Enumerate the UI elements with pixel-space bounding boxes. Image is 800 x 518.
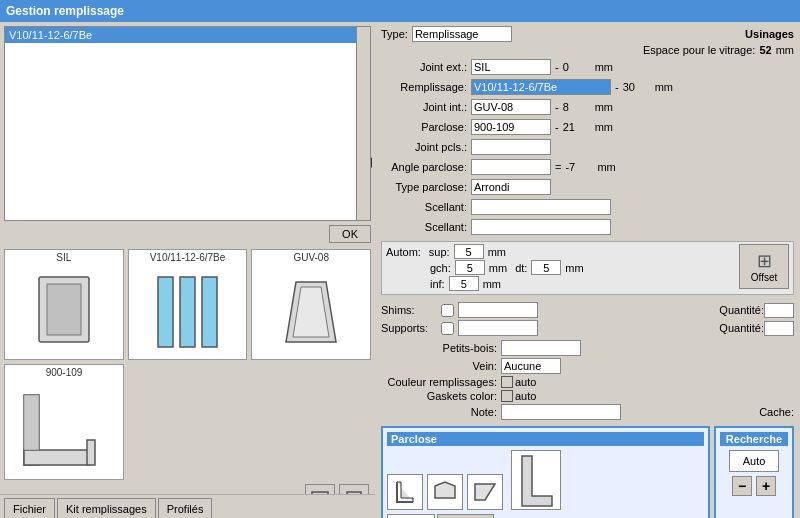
joint-int-input[interactable] bbox=[471, 99, 551, 115]
autom-mm3: mm bbox=[565, 262, 583, 274]
angle-num: -7 bbox=[565, 161, 595, 173]
angle-unit: mm bbox=[597, 161, 615, 173]
remplissage-unit: mm bbox=[655, 81, 673, 93]
minus-button[interactable]: − bbox=[732, 476, 752, 496]
autom-row-sup: Autom: sup: mm bbox=[386, 244, 739, 259]
offset-label: Offset bbox=[751, 272, 778, 283]
parclose-preview bbox=[511, 450, 561, 510]
autom-gch-label: gch: bbox=[430, 262, 451, 274]
joint-ext-label: Joint ext.: bbox=[381, 61, 471, 73]
v10-svg bbox=[148, 267, 228, 357]
type-label: Type: bbox=[381, 28, 408, 40]
plus-button[interactable]: + bbox=[756, 476, 776, 496]
ok-button[interactable]: OK bbox=[329, 225, 371, 243]
angle-dash: = bbox=[555, 161, 561, 173]
shims-quantite-input[interactable] bbox=[764, 303, 794, 318]
remplissage-num: 30 bbox=[623, 81, 653, 93]
form-row-scellant2: Scellant: bbox=[381, 218, 794, 236]
joint-ext-input[interactable] bbox=[471, 59, 551, 75]
autom-gch-input[interactable] bbox=[455, 260, 485, 275]
couleur-label: Couleur remplissages: bbox=[381, 376, 501, 388]
offset-button[interactable]: ⊞ Offset bbox=[739, 244, 789, 289]
preview-900-canvas bbox=[5, 380, 123, 479]
gaskets-value: auto bbox=[515, 390, 536, 402]
supports-checkbox[interactable] bbox=[441, 322, 454, 335]
profile-list-item[interactable]: V10/11-12-6/7Be bbox=[5, 27, 370, 43]
petits-bois-input[interactable] bbox=[501, 340, 581, 356]
svg-rect-1 bbox=[47, 284, 81, 335]
parclose-shapes bbox=[387, 450, 704, 510]
preview-900-label: 900-109 bbox=[46, 365, 83, 380]
type-parclose-input[interactable] bbox=[471, 179, 551, 195]
tab-profiles[interactable]: Profilés bbox=[158, 498, 213, 518]
right-panel: Type: Usinages Espace pour le vitrage: 5… bbox=[375, 22, 800, 518]
parclose-label: Parclose: bbox=[381, 121, 471, 133]
joint-int-num: 8 bbox=[563, 101, 593, 113]
scellant2-label: Scellant: bbox=[381, 221, 471, 233]
tab-kit[interactable]: Kit remplissages bbox=[57, 498, 156, 518]
form-row-joint-ext: Joint ext.: - 0 mm bbox=[381, 58, 794, 76]
espace-label: Espace pour le vitrage: bbox=[643, 44, 756, 56]
joint-int-label: Joint int.: bbox=[381, 101, 471, 113]
note-row: Note: Cache: bbox=[381, 404, 794, 420]
shape-900-svg bbox=[14, 385, 114, 475]
preview-v10-label: V10/11-12-6/7Be bbox=[150, 250, 226, 265]
parclose-box: Parclose bbox=[381, 426, 710, 518]
autom-mm2: mm bbox=[489, 262, 507, 274]
couleur-swatch bbox=[501, 376, 513, 388]
parclose-shape-2[interactable] bbox=[427, 474, 463, 510]
tab-encastr[interactable]: Encastr bbox=[387, 514, 435, 518]
profile-list: V10/11-12-6/7Be bbox=[4, 26, 371, 221]
supports-quantite-input[interactable] bbox=[764, 321, 794, 336]
type-input[interactable] bbox=[412, 26, 512, 42]
shims-checkbox[interactable] bbox=[441, 304, 454, 317]
svg-rect-10 bbox=[87, 440, 95, 465]
preview-v10-canvas bbox=[129, 265, 247, 359]
window-title: Gestion remplissage bbox=[6, 4, 124, 18]
vein-input[interactable] bbox=[501, 358, 561, 374]
parclose-tab-row: Encastr Tolérance Données bbox=[387, 514, 704, 518]
shims-label: Shims: bbox=[381, 304, 441, 316]
angle-label: Angle parclose: bbox=[381, 161, 471, 173]
petits-bois-row: Petits-bois: bbox=[381, 340, 794, 356]
left-panel: + − ≠ = + ▦ V10/11-12-6/7Be OK SIL bbox=[0, 22, 375, 518]
tab-fichier[interactable]: Fichier bbox=[4, 498, 55, 518]
title-bar: Gestion remplissage bbox=[0, 0, 800, 22]
tab-tolerance[interactable]: Tolérance bbox=[437, 514, 494, 518]
form-row-joint-int: Joint int.: - 8 mm bbox=[381, 98, 794, 116]
auto-button[interactable]: Auto bbox=[729, 450, 779, 472]
autom-row-gch: gch: mm dt: mm bbox=[386, 260, 739, 275]
remplissage-input[interactable] bbox=[471, 79, 611, 95]
type-parclose-label: Type parclose: bbox=[381, 181, 471, 193]
autom-sup-input[interactable] bbox=[454, 244, 484, 259]
parclose-shape-3[interactable] bbox=[467, 474, 503, 510]
autom-inf-label: inf: bbox=[430, 278, 445, 290]
sil-svg bbox=[29, 272, 99, 352]
angle-input[interactable] bbox=[471, 159, 551, 175]
scellant2-input[interactable] bbox=[471, 219, 611, 235]
preview-area-2: 900-109 bbox=[0, 362, 375, 482]
list-scrollbar[interactable] bbox=[356, 27, 370, 220]
svg-rect-9 bbox=[24, 395, 39, 450]
shims-row: Shims: Quantité: bbox=[381, 302, 794, 318]
autom-inf-input[interactable] bbox=[449, 276, 479, 291]
preview-sil-canvas bbox=[5, 265, 123, 359]
scellant1-input[interactable] bbox=[471, 199, 611, 215]
shims-input[interactable] bbox=[458, 302, 538, 318]
shims-supports-section: Shims: Quantité: Supports: Quantité: bbox=[381, 302, 794, 338]
parclose-input[interactable] bbox=[471, 119, 551, 135]
parclose-tabs: Encastr Tolérance bbox=[387, 514, 494, 518]
supports-input[interactable] bbox=[458, 320, 538, 336]
joint-ext-unit: mm bbox=[595, 61, 613, 73]
autom-dt-input[interactable] bbox=[531, 260, 561, 275]
couleur-row: Couleur remplissages: auto bbox=[381, 376, 794, 388]
plus-minus-row: − + bbox=[732, 476, 776, 496]
joint-pcls-input[interactable] bbox=[471, 139, 551, 155]
gaskets-row: Gaskets color: auto bbox=[381, 390, 794, 402]
joint-int-unit: mm bbox=[595, 101, 613, 113]
preview-guv-label: GUV-08 bbox=[293, 250, 329, 265]
parclose-shape-1[interactable] bbox=[387, 474, 423, 510]
note-input[interactable] bbox=[501, 404, 621, 420]
espace-unit: mm bbox=[776, 44, 794, 56]
supports-row: Supports: Quantité: bbox=[381, 320, 794, 336]
